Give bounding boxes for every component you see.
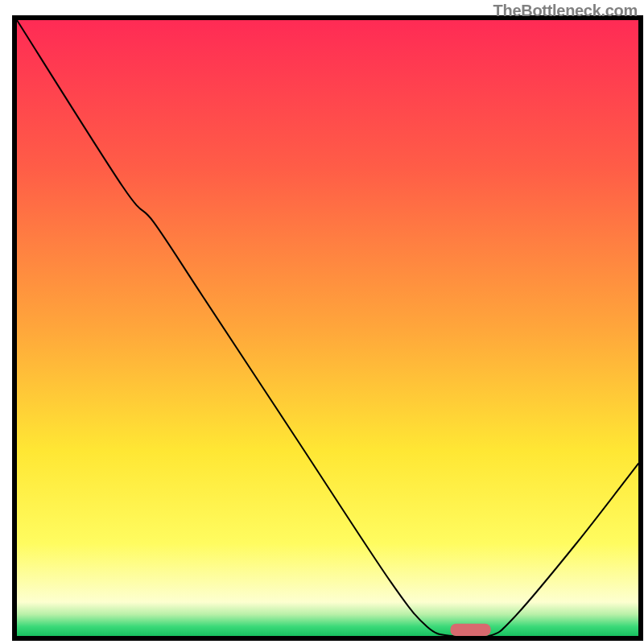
sweet-spot-marker — [450, 624, 490, 636]
chart-frame: TheBottleneck.com — [0, 0, 644, 644]
plot-background — [17, 20, 638, 636]
bottleneck-chart — [0, 0, 644, 644]
watermark-text: TheBottleneck.com — [493, 2, 638, 20]
plot-area — [14, 18, 641, 638]
